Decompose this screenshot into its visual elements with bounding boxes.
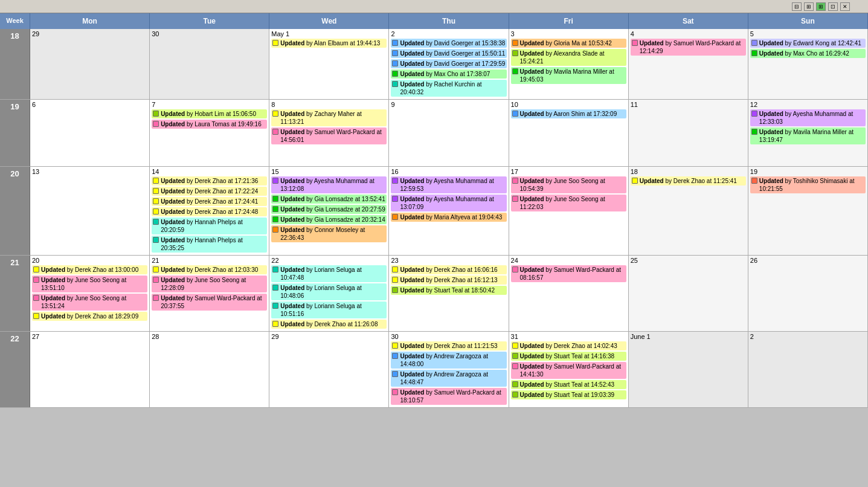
calendar-event[interactable]: Updated by Stuart Teal at 18:50:42: [391, 286, 506, 295]
calendar-event[interactable]: Updated by Derek Zhao at 11:26:08: [271, 320, 387, 329]
day-cell[interactable]: 23Updated by Derek Zhao at 16:06:16Updat…: [389, 256, 509, 331]
day-cell[interactable]: 19Updated by Toshihiko Shimasaki at 10:2…: [748, 167, 868, 255]
calendar-event[interactable]: Updated by Ayesha Muhammad at 13:07:09: [391, 195, 506, 211]
day-cell[interactable]: 30Updated by Derek Zhao at 11:21:53Updat…: [389, 332, 509, 407]
calendar-event[interactable]: Updated by Derek Zhao at 17:22:24: [152, 187, 267, 196]
day-cell[interactable]: 24Updated by Samuel Ward-Packard at 08:1…: [509, 256, 629, 331]
calendar-event[interactable]: Updated by Ayesha Muhammad at 12:33:03: [750, 109, 866, 126]
calendar-event[interactable]: Updated by David Goerger at 15:50:11: [391, 49, 506, 58]
icon-4[interactable]: ⊡: [828, 2, 838, 11]
calendar-event[interactable]: Updated by Derek Zhao at 13:00:00: [32, 265, 147, 274]
calendar-event[interactable]: Updated by Derek Zhao at 12:03:30: [152, 265, 267, 274]
calendar-event[interactable]: Updated by June Soo Seong at 10:54:39: [511, 176, 626, 193]
icon-5[interactable]: ✕: [840, 2, 850, 11]
calendar-event[interactable]: Updated by Loriann Seluga at 10:48:06: [271, 283, 387, 300]
calendar-event[interactable]: Updated by Derek Zhao at 11:25:41: [631, 176, 746, 185]
calendar-event[interactable]: Updated by Laura Tomas at 19:49:16: [152, 120, 267, 129]
calendar-event[interactable]: Updated by Ayesha Muhammad at 12:59:53: [391, 176, 506, 193]
day-cell[interactable]: 30: [150, 29, 269, 99]
calendar-event[interactable]: Updated by June Soo Seong at 13:51:24: [32, 294, 147, 311]
day-cell[interactable]: 20Updated by Derek Zhao at 13:00:00Updat…: [30, 256, 150, 331]
day-cell[interactable]: 18Updated by Derek Zhao at 11:25:41: [629, 167, 748, 255]
calendar-event[interactable]: Updated by Loriann Seluga at 10:47:48: [271, 265, 387, 282]
day-cell[interactable]: 10Updated by Aaron Shim at 17:32:09: [509, 100, 629, 166]
calendar-event[interactable]: Updated by Andrew Zaragoza at 14:48:47: [391, 370, 506, 387]
calendar-event[interactable]: Updated by Stuart Teal at 19:03:39: [511, 390, 626, 399]
calendar-event[interactable]: Updated by Derek Zhao at 17:21:36: [152, 176, 267, 185]
day-cell[interactable]: 21Updated by Derek Zhao at 12:03:30Updat…: [150, 256, 269, 331]
calendar-event[interactable]: Updated by Edward Kong at 12:42:41: [750, 39, 866, 48]
day-cell[interactable]: 25: [629, 256, 748, 331]
calendar-event[interactable]: Updated by Max Cho at 16:29:42: [750, 49, 866, 58]
day-cell[interactable]: 2Updated by David Goerger at 15:38:38Upd…: [389, 29, 509, 99]
day-cell[interactable]: 3Updated by Gloria Ma at 10:53:42Updated…: [509, 29, 629, 99]
calendar-event[interactable]: Updated by Derek Zhao at 11:21:53: [391, 341, 506, 350]
day-cell[interactable]: 4Updated by Samuel Ward-Packard at 12:14…: [629, 29, 748, 99]
calendar-event[interactable]: Updated by Gia Lomsadze at 20:32:14: [271, 215, 387, 224]
day-cell[interactable]: 27: [30, 332, 150, 407]
icon-1[interactable]: ⊟: [792, 2, 802, 11]
icon-3[interactable]: ⊞: [816, 2, 826, 11]
calendar-event[interactable]: Updated by Derek Zhao at 17:24:41: [152, 197, 267, 206]
calendar-event[interactable]: Updated by Derek Zhao at 17:24:48: [152, 207, 267, 216]
calendar-event[interactable]: Updated by Gia Lomsadze at 20:27:59: [271, 205, 387, 214]
day-cell[interactable]: 12Updated by Ayesha Muhammad at 12:33:03…: [748, 100, 868, 166]
calendar-event[interactable]: Updated by Rachel Kurchin at 20:40:32: [391, 80, 506, 97]
calendar-event[interactable]: Updated by Andrew Zaragoza at 14:48:00: [391, 352, 506, 369]
day-cell[interactable]: 8Updated by Zachary Maher at 11:13:21Upd…: [269, 100, 389, 166]
day-cell[interactable]: 17Updated by June Soo Seong at 10:54:39U…: [509, 167, 629, 255]
day-cell[interactable]: 29: [269, 332, 389, 407]
day-cell[interactable]: 16Updated by Ayesha Muhammad at 12:59:53…: [389, 167, 509, 255]
day-cell[interactable]: 28: [150, 332, 269, 407]
calendar-event[interactable]: Updated by Ayesha Muhammad at 13:12:08: [271, 176, 387, 193]
calendar-event[interactable]: Updated by Derek Zhao at 14:02:43: [511, 341, 626, 350]
calendar-event[interactable]: Updated by Max Cho at 17:38:07: [391, 69, 506, 79]
calendar-event[interactable]: Updated by Gia Lomsadze at 13:52:41: [271, 195, 387, 204]
calendar-event[interactable]: Updated by Samuel Ward-Packard at 20:37:…: [152, 294, 267, 311]
calendar-event[interactable]: Updated by Derek Zhao at 16:12:13: [391, 276, 506, 285]
calendar-event[interactable]: Updated by David Goerger at 15:38:38: [391, 39, 506, 48]
calendar-event[interactable]: Updated by Connor Moseley at 22:36:43: [271, 225, 387, 242]
calendar-event[interactable]: Updated by June Soo Seong at 11:22:03: [511, 195, 626, 211]
day-cell[interactable]: 14Updated by Derek Zhao at 17:21:36Updat…: [150, 167, 269, 255]
day-cell[interactable]: 13: [30, 167, 150, 255]
calendar-event[interactable]: Updated by Stuart Teal at 14:52:43: [511, 380, 626, 389]
day-cell[interactable]: 29: [30, 29, 150, 99]
day-cell[interactable]: 6: [30, 100, 150, 166]
calendar-event[interactable]: Updated by Derek Zhao at 16:06:16: [391, 265, 506, 274]
day-cell[interactable]: June 1: [629, 332, 748, 407]
calendar-event[interactable]: Updated by Gloria Ma at 10:53:42: [511, 39, 626, 48]
calendar-event[interactable]: Updated by Zachary Maher at 11:13:21: [271, 109, 387, 126]
calendar-event[interactable]: Updated by Stuart Teal at 14:16:38: [511, 352, 626, 361]
calendar-event[interactable]: Updated by David Goerger at 17:29:59: [391, 59, 506, 68]
calendar-event[interactable]: Updated by Derek Zhao at 18:29:09: [32, 312, 147, 321]
calendar-event[interactable]: Updated by Mavila Marina Miller at 13:19…: [750, 127, 866, 144]
calendar-event[interactable]: Updated by Samuel Ward-Packard at 08:16:…: [511, 265, 626, 282]
day-cell[interactable]: 7Updated by Hobart Lim at 15:06:50Update…: [150, 100, 269, 166]
calendar-event[interactable]: Updated by Samuel Ward-Packard at 12:14:…: [631, 39, 746, 56]
calendar-event[interactable]: Updated by Hannah Phelps at 20:35:25: [152, 236, 267, 253]
day-cell[interactable]: 5Updated by Edward Kong at 12:42:41Updat…: [748, 29, 868, 99]
day-cell[interactable]: 9: [389, 100, 509, 166]
calendar-event[interactable]: Updated by Aaron Shim at 17:32:09: [511, 109, 626, 118]
calendar-event[interactable]: Updated by Alan Elbaum at 19:44:13: [271, 39, 387, 48]
day-cell[interactable]: 26: [748, 256, 868, 331]
calendar-event[interactable]: Updated by Mavila Marina Miller at 19:45…: [511, 67, 626, 84]
day-cell[interactable]: May 1Updated by Alan Elbaum at 19:44:13: [269, 29, 389, 99]
calendar-event[interactable]: Updated by Samuel Ward-Packard at 18:10:…: [391, 388, 506, 405]
calendar-event[interactable]: Updated by Hobart Lim at 15:06:50: [152, 109, 267, 118]
calendar-event[interactable]: Updated by Loriann Seluga at 10:51:16: [271, 302, 387, 318]
icon-2[interactable]: ⊞: [804, 2, 814, 11]
day-cell[interactable]: 22Updated by Loriann Seluga at 10:47:48U…: [269, 256, 389, 331]
calendar-event[interactable]: Updated by Samuel Ward-Packard at 14:41:…: [511, 362, 626, 379]
calendar-event[interactable]: Updated by Hannah Phelps at 20:20:59: [152, 218, 267, 234]
calendar-event[interactable]: Updated by June Soo Seong at 13:51:10: [32, 276, 147, 292]
day-cell[interactable]: 15Updated by Ayesha Muhammad at 13:12:08…: [269, 167, 389, 255]
day-cell[interactable]: 11: [629, 100, 748, 166]
day-cell[interactable]: 31Updated by Derek Zhao at 14:02:43Updat…: [509, 332, 629, 407]
calendar-event[interactable]: Updated by Alexandra Slade at 15:24:21: [511, 49, 626, 66]
calendar-event[interactable]: Updated by Maria Altyeva at 19:04:43: [391, 213, 506, 222]
calendar-event[interactable]: Updated by June Soo Seong at 12:28:09: [152, 276, 267, 292]
calendar-event[interactable]: Updated by Samuel Ward-Packard at 14:56:…: [271, 127, 387, 144]
day-cell[interactable]: 2: [748, 332, 868, 407]
